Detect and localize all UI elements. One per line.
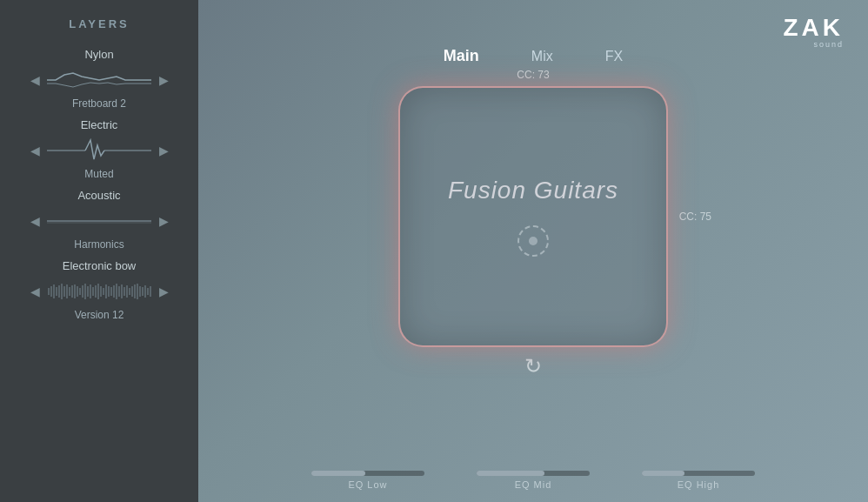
- tab-bar: Main Mix FX: [444, 44, 623, 69]
- layer-electronic-bow: Electronic bow ◀: [0, 259, 198, 321]
- layer-acoustic-sub: Harmonics: [74, 238, 124, 251]
- eq-high-track[interactable]: [642, 471, 755, 476]
- patch-area: CC: 73 CC: 75 Fusion Guitars: [398, 86, 668, 347]
- cc-right-label: CC: 75: [679, 211, 711, 223]
- layer-electric-name: Electric: [81, 118, 118, 131]
- layer-nylon-prev[interactable]: ◀: [26, 73, 43, 87]
- patch-knob[interactable]: [517, 225, 549, 257]
- tab-mix[interactable]: Mix: [531, 44, 553, 69]
- layer-nylon-next[interactable]: ▶: [155, 73, 172, 87]
- brand: ZAK sound: [783, 16, 844, 49]
- brand-name: ZAK: [783, 16, 844, 40]
- eq-low-fill: [311, 471, 365, 476]
- layer-acoustic-name: Acoustic: [77, 189, 120, 202]
- brand-sub: sound: [813, 40, 844, 49]
- eq-mid-label: EQ Mid: [515, 479, 552, 490]
- layer-electronic-bow-prev[interactable]: ◀: [26, 284, 43, 298]
- tab-fx[interactable]: FX: [605, 44, 623, 69]
- eq-mid-track[interactable]: [477, 471, 590, 476]
- eq-section: EQ Low EQ Mid EQ High: [311, 471, 755, 490]
- eq-mid-item: EQ Mid: [477, 471, 590, 490]
- eq-high-item: EQ High: [642, 471, 755, 490]
- layer-acoustic-waveform: [47, 205, 151, 237]
- layer-electronic-bow-next[interactable]: ▶: [155, 284, 172, 298]
- layer-acoustic-prev[interactable]: ◀: [26, 214, 43, 228]
- eq-high-label: EQ High: [678, 479, 720, 490]
- layer-electronic-bow-name: Electronic bow: [63, 259, 137, 272]
- patch-knob-inner: [529, 237, 537, 245]
- patch-box[interactable]: Fusion Guitars: [398, 86, 668, 347]
- layer-electronic-bow-sub: Version 12: [75, 309, 124, 321]
- layers-title: LAYERS: [69, 17, 130, 30]
- sidebar: LAYERS Nylon ◀ ▶ Fretboard 2 Electric ◀: [0, 0, 198, 502]
- eq-mid-fill: [477, 471, 544, 476]
- patch-name: Fusion Guitars: [448, 177, 618, 204]
- layer-electric-next[interactable]: ▶: [155, 144, 172, 157]
- layer-nylon-waveform: [47, 64, 151, 96]
- layer-nylon: Nylon ◀ ▶ Fretboard 2: [0, 48, 198, 110]
- layer-electric: Electric ◀ ▶ Muted: [0, 118, 198, 180]
- cc-top-label: CC: 73: [517, 69, 549, 81]
- main-content: ZAK sound Main Mix FX CC: 73 CC: 75 Fusi…: [198, 0, 868, 502]
- layer-nylon-sub: Fretboard 2: [72, 97, 126, 110]
- layer-nylon-name: Nylon: [84, 48, 113, 61]
- layer-electric-waveform: [47, 135, 151, 166]
- layer-acoustic-next[interactable]: ▶: [155, 214, 172, 228]
- eq-low-track[interactable]: [311, 471, 424, 476]
- eq-low-item: EQ Low: [311, 471, 424, 490]
- eq-low-label: EQ Low: [348, 479, 387, 490]
- refresh-button[interactable]: ↻: [524, 354, 542, 378]
- layer-electronic-bow-waveform: [47, 276, 151, 307]
- layer-acoustic: Acoustic ◀ ▶ Harmonics: [0, 189, 198, 251]
- eq-high-fill: [642, 471, 684, 476]
- layer-electric-prev[interactable]: ◀: [26, 144, 43, 157]
- tab-main[interactable]: Main: [444, 44, 479, 69]
- layer-electric-sub: Muted: [84, 168, 113, 180]
